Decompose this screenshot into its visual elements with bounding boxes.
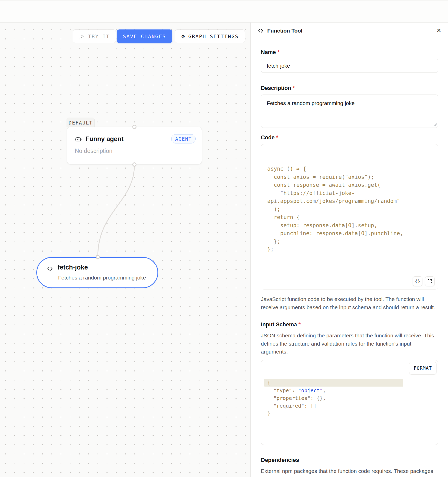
group-label-default[interactable]: DEFAULT [67, 118, 95, 127]
braces-icon: {} [415, 277, 420, 285]
description-textarea[interactable]: Fetches a random programming joke [261, 95, 438, 128]
required-marker: * [298, 322, 301, 328]
description-label: Description* [261, 85, 438, 91]
robot-icon [75, 136, 82, 142]
input-schema-lines: { "type": "object", "properties": {}, "r… [267, 379, 432, 417]
code-help-text: JavaScript function code to be executed … [261, 295, 438, 311]
code-icon [46, 265, 54, 272]
required-marker: * [276, 134, 278, 141]
expand-icon [428, 279, 432, 284]
graph-settings-label: GRAPH SETTINGS [188, 33, 239, 39]
top-bar [0, 0, 448, 23]
node-fetch-joke[interactable]: fetch-joke Fetches a random programming … [36, 257, 158, 288]
name-input[interactable] [261, 59, 438, 73]
format-button[interactable]: FORMAT [409, 362, 436, 375]
app-window: TRY IT SAVE CHANGES ⚙ GRAPH SETTINGS DEF… [0, 0, 448, 477]
agent-node-title: Funny agent [86, 135, 124, 143]
save-changes-button[interactable]: SAVE CHANGES [117, 29, 172, 43]
try-it-label: TRY IT [88, 33, 110, 39]
input-schema-editor[interactable]: { "type": "object", "properties": {}, "r… [261, 360, 438, 445]
gear-icon: ⚙ [181, 33, 185, 39]
tool-node-description: Fetches a random programming joke [58, 275, 146, 281]
connection-handle-agent-bottom[interactable] [132, 162, 136, 167]
code-label: Code* [261, 134, 438, 141]
graph-canvas[interactable] [0, 23, 251, 477]
group-label-text: DEFAULT [69, 120, 93, 126]
connection-handle-tool-top[interactable] [96, 255, 100, 259]
required-marker: * [293, 85, 295, 91]
name-label: Name* [261, 49, 438, 56]
dependencies-label: Dependencies [261, 457, 438, 463]
try-it-button[interactable]: TRY IT [73, 29, 116, 43]
agent-node-description: No description [67, 143, 202, 154]
agent-type-badge: AGENT [171, 134, 196, 143]
input-schema-help-text: JSON schema defining the parameters that… [261, 331, 438, 356]
input-schema-label: Input Schema* [261, 322, 438, 328]
format-code-button[interactable]: {} [413, 276, 422, 286]
function-tool-panel: Function Tool ✕ Name* Description* Fetch… [250, 23, 448, 477]
code-editor[interactable]: async () ⇒ { const axios = require("axio… [261, 144, 438, 289]
save-changes-label: SAVE CHANGES [123, 33, 166, 39]
required-marker: * [278, 49, 280, 55]
play-icon [79, 34, 85, 39]
tool-node-title: fetch-joke [58, 264, 88, 271]
graph-settings-button[interactable]: ⚙ GRAPH SETTINGS [175, 29, 245, 43]
panel-header: Function Tool ✕ [251, 23, 448, 39]
node-funny-agent[interactable]: Funny agent AGENT No description [67, 127, 202, 164]
close-icon[interactable]: ✕ [436, 28, 441, 34]
code-icon [257, 27, 264, 34]
code-editor-lines: async () ⇒ { const axios = require("axio… [267, 165, 432, 254]
connection-handle-agent-top[interactable] [132, 125, 136, 129]
panel-title: Function Tool [267, 28, 302, 34]
dependencies-help-text: External npm packages that the function … [261, 467, 438, 477]
expand-editor-button[interactable] [425, 276, 435, 286]
